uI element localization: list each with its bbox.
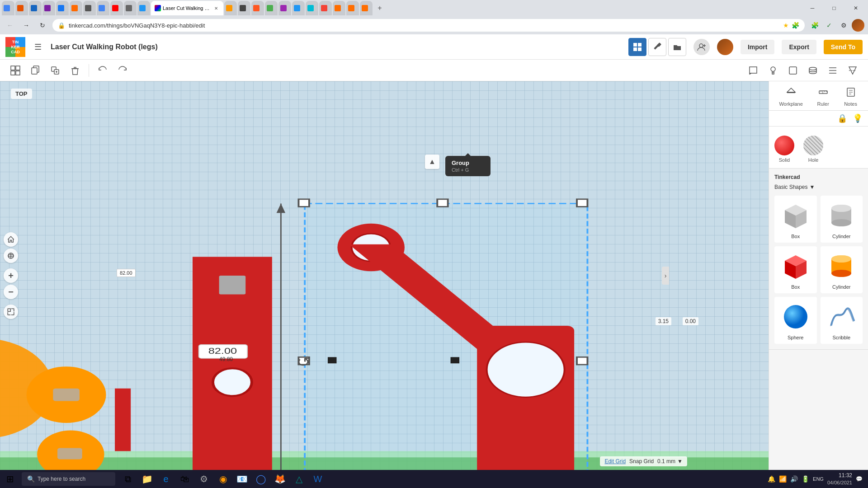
taskbar-app-app6[interactable]: W — [309, 470, 327, 488]
light-icon[interactable]: 💡 — [853, 113, 863, 123]
expand-panel-button[interactable]: › — [662, 267, 669, 285]
taskbar-app-app5[interactable]: △ — [290, 470, 308, 488]
add-user-button[interactable] — [693, 39, 710, 55]
tab-8[interactable] — [97, 1, 109, 15]
tab-6[interactable] — [70, 1, 82, 15]
lightbulb-button[interactable] — [765, 62, 781, 79]
tab-12[interactable] — [224, 1, 237, 15]
shapes-library-section: Tinkercad Basic Shapes ▼ — [769, 169, 868, 350]
duplicate-button[interactable] — [47, 62, 63, 79]
flip-button[interactable] — [844, 62, 861, 79]
forward-button[interactable]: → — [20, 19, 33, 32]
taskbar-app-app4[interactable]: 🦊 — [271, 470, 289, 488]
send-to-button[interactable]: Send To — [824, 40, 863, 54]
tab-5[interactable] — [56, 1, 69, 15]
settings-icon[interactable]: ⚙ — [837, 19, 850, 32]
taskbar-date: 04/06/2021 — [827, 479, 852, 486]
redo-button[interactable] — [114, 62, 131, 79]
taskbar-search-input[interactable] — [38, 476, 110, 482]
taskbar-app-chrome[interactable]: ◯ — [252, 470, 270, 488]
menu-icon-button[interactable]: ☰ — [31, 40, 45, 54]
maximize-button[interactable]: □ — [824, 1, 844, 15]
taskbar-app-store[interactable]: 🛍 — [176, 470, 194, 488]
tab-14[interactable] — [251, 1, 264, 15]
tab-18[interactable] — [306, 1, 318, 15]
tab-19[interactable] — [319, 1, 332, 15]
tab-9[interactable] — [110, 1, 123, 15]
shape-card-cylinder-orange[interactable]: Cylinder — [821, 246, 863, 293]
taskbar-battery-icon[interactable]: 🔋 — [802, 475, 809, 483]
taskbar-app-app2[interactable]: ◉ — [214, 470, 232, 488]
tab-16[interactable] — [278, 1, 291, 15]
shape-card-box-gray[interactable]: Box — [774, 196, 817, 243]
taskbar-notifications-button[interactable]: 💬 — [856, 476, 863, 482]
taskbar-search[interactable]: 🔍 — [22, 472, 115, 486]
export-button[interactable]: Export — [782, 40, 816, 54]
shape-card-scribble[interactable]: Scribble — [821, 297, 863, 344]
tab-21[interactable] — [346, 1, 359, 15]
tab-3[interactable] — [29, 1, 42, 15]
edit-grid-label[interactable]: Edit Grid — [604, 458, 626, 465]
tab-22[interactable] — [360, 1, 373, 15]
tab-13[interactable] — [238, 1, 250, 15]
tab-17[interactable] — [292, 1, 305, 15]
new-shape-button[interactable] — [7, 62, 24, 79]
taskbar-app-steam[interactable]: ⚙ — [195, 470, 213, 488]
snap-grid-dropdown[interactable]: 0.1 mm ▼ — [657, 458, 683, 465]
shape-card-box-red[interactable]: Box — [774, 246, 817, 293]
import-button[interactable]: Import — [741, 40, 775, 54]
checkmark-icon[interactable]: ✓ — [823, 19, 835, 32]
user-avatar[interactable] — [717, 39, 733, 55]
tab-active[interactable]: Laser Cut Walking Robot (legs) ✕ — [151, 1, 223, 15]
align-button[interactable] — [825, 62, 841, 79]
taskbar-network-icon[interactable]: 📶 — [779, 475, 787, 483]
folder-view-button[interactable] — [668, 38, 686, 56]
hole-option[interactable]: Hole — [803, 136, 823, 163]
view-up-button[interactable]: ▲ — [425, 155, 439, 169]
tab-10[interactable] — [124, 1, 137, 15]
taskbar-app-edge[interactable]: e — [157, 470, 175, 488]
tab-2[interactable] — [15, 1, 28, 15]
close-button[interactable]: ✕ — [845, 1, 866, 15]
comment-button[interactable] — [745, 62, 761, 79]
hammer-view-button[interactable] — [648, 38, 666, 56]
solid-option[interactable]: Solid — [774, 136, 794, 163]
ruler-button[interactable]: Ruler — [816, 85, 830, 107]
taskbar-app-app3[interactable]: 📧 — [233, 470, 251, 488]
delete-button[interactable] — [67, 62, 83, 79]
profile-avatar[interactable] — [852, 19, 864, 32]
shape-card-cylinder-gray[interactable]: Cylinder — [821, 196, 863, 243]
notes-button[interactable]: Notes — [844, 85, 858, 107]
tab-1[interactable] — [2, 1, 14, 15]
undo-button[interactable] — [94, 62, 111, 79]
shape-button[interactable] — [785, 62, 801, 79]
grid-view-button[interactable] — [628, 38, 646, 56]
taskbar-app-explorer[interactable]: 📁 — [138, 470, 156, 488]
taskbar-notification-icon[interactable]: 🔔 — [768, 475, 775, 483]
basic-shapes-dropdown[interactable]: Basic Shapes ▼ — [774, 184, 863, 190]
copy-button[interactable] — [27, 62, 43, 79]
taskbar-app-task-view[interactable]: ⧉ — [119, 470, 137, 488]
tab-15[interactable] — [265, 1, 278, 15]
tab-20[interactable] — [333, 1, 345, 15]
extensions-icon[interactable]: 🧩 — [792, 22, 799, 29]
bookmark-icon[interactable]: ★ — [783, 22, 789, 29]
minimize-button[interactable]: ─ — [802, 1, 823, 15]
new-tab-button[interactable]: + — [373, 2, 386, 14]
refresh-button[interactable]: ↻ — [36, 19, 49, 32]
tab-4[interactable] — [42, 1, 55, 15]
lock-icon[interactable]: 🔒 — [837, 113, 847, 123]
workplane-button[interactable]: Workplane — [779, 85, 802, 107]
canvas-area[interactable]: TOP — [0, 81, 769, 470]
taskbar-start-button[interactable]: ⊞ — [0, 470, 20, 488]
tab-11[interactable] — [137, 1, 150, 15]
svg-rect-79 — [819, 91, 827, 94]
tab-close-active[interactable]: ✕ — [212, 5, 220, 12]
taskbar-volume-icon[interactable]: 🔊 — [790, 475, 798, 483]
tab-7[interactable] — [83, 1, 96, 15]
back-button[interactable]: ← — [4, 19, 16, 32]
layers-button[interactable] — [805, 62, 821, 79]
extensions-toolbar-icon[interactable]: 🧩 — [808, 19, 821, 32]
shape-card-sphere-blue[interactable]: Sphere — [774, 297, 817, 344]
address-input[interactable]: 🔒 tinkercad.com/things/boVNGaqN3Y8-epic-… — [52, 19, 805, 32]
